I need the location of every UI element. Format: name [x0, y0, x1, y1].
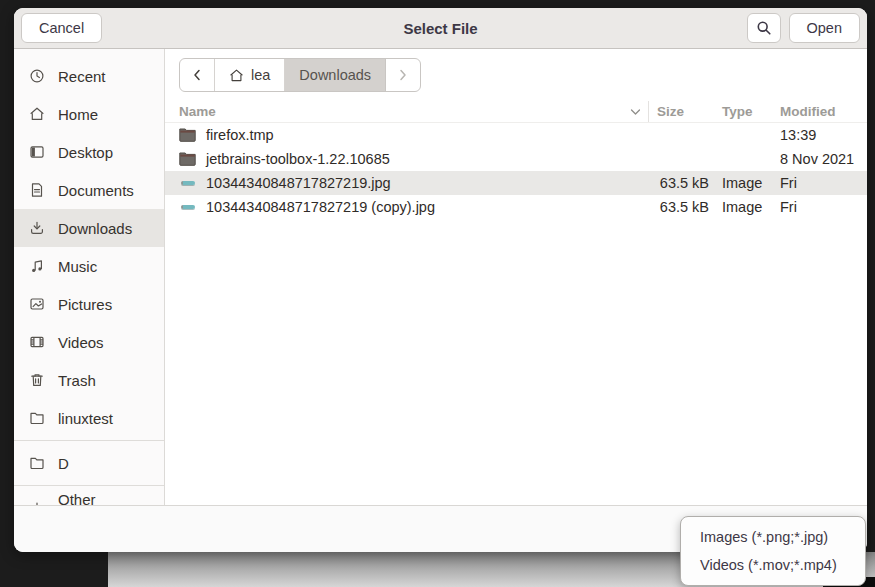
- sidebar-item-label: Trash: [58, 372, 96, 389]
- breadcrumb: lea Downloads: [179, 58, 421, 92]
- download-arrow-icon: [29, 220, 45, 236]
- sidebar-item-label: Downloads: [58, 220, 132, 237]
- file-modified: Fri: [771, 175, 867, 191]
- sidebar-item-pictures[interactable]: Pictures: [14, 285, 164, 323]
- sidebar-item-other-locations[interactable]: Other Locations: [14, 489, 164, 505]
- desktop-icon: [29, 144, 45, 160]
- file-row-jpg-selected[interactable]: 10344340848717827219.jpg 63.5 kB Image F…: [165, 171, 867, 195]
- sidebar-item-music[interactable]: Music: [14, 247, 164, 285]
- sidebar-item-home[interactable]: Home: [14, 95, 164, 133]
- breadcrumb-current-label: Downloads: [299, 67, 371, 83]
- image-thumbnail-icon: [179, 200, 196, 214]
- search-button[interactable]: [747, 13, 781, 43]
- file-modified: 8 Nov 2021: [771, 151, 867, 167]
- file-filter-popup: Images (*.png;*.jpg) Videos (*.mov;*.mp4…: [680, 516, 866, 586]
- file-size: 63.5 kB: [649, 175, 713, 191]
- back-button[interactable]: [180, 59, 215, 91]
- music-note-icon: [29, 258, 45, 274]
- dialog-title: Select File: [14, 20, 867, 37]
- filter-option-videos[interactable]: Videos (*.mov;*.mp4): [681, 551, 865, 579]
- file-size: 63.5 kB: [649, 199, 713, 215]
- places-sidebar: Recent Home Desktop: [14, 49, 165, 505]
- breadcrumb-current-segment[interactable]: Downloads: [285, 59, 386, 91]
- sidebar-item-label: linuxtest: [58, 410, 113, 427]
- cancel-button[interactable]: Cancel: [21, 13, 102, 43]
- filter-option-images[interactable]: Images (*.png;*.jpg): [681, 523, 865, 551]
- breadcrumb-home-segment[interactable]: lea: [215, 59, 285, 91]
- sort-chevron-down-icon: [630, 108, 641, 116]
- sidebar-item-downloads[interactable]: Downloads: [14, 209, 164, 247]
- search-icon: [756, 20, 772, 36]
- sidebar-item-label: Desktop: [58, 144, 113, 161]
- sidebar-item-label: Home: [58, 106, 98, 123]
- sidebar-separator: [14, 485, 164, 486]
- column-header-size[interactable]: Size: [649, 104, 713, 119]
- column-header-row: Name Size Type Modified: [165, 101, 867, 123]
- sidebar-item-label: Music: [58, 258, 97, 275]
- sidebar-item-label: Documents: [58, 182, 134, 199]
- sidebar-item-videos[interactable]: Videos: [14, 323, 164, 361]
- image-thumbnail-icon: [179, 176, 196, 190]
- file-list-pane: lea Downloads: [165, 49, 867, 505]
- sidebar-separator: [14, 440, 164, 441]
- file-modified: 13:39: [771, 127, 867, 143]
- film-icon: [29, 334, 45, 350]
- file-modified: Fri: [771, 199, 867, 215]
- folder-icon: [179, 152, 196, 166]
- file-row-jpg-copy[interactable]: 10344340848717827219 (copy).jpg 63.5 kB …: [165, 195, 867, 219]
- file-type: Image: [713, 199, 771, 215]
- folder-icon: [179, 128, 196, 142]
- home-icon: [229, 68, 244, 83]
- open-button[interactable]: Open: [789, 13, 860, 43]
- column-header-name[interactable]: Name: [165, 101, 649, 122]
- breadcrumb-home-label: lea: [251, 67, 270, 83]
- folder-icon: [29, 410, 45, 426]
- home-icon: [29, 106, 45, 122]
- sidebar-item-d[interactable]: D: [14, 444, 164, 482]
- sidebar-item-label: Recent: [58, 68, 106, 85]
- file-row-jetbrains-toolbox[interactable]: jetbrains-toolbox-1.22.10685 8 Nov 2021: [165, 147, 867, 171]
- chevron-right-icon: [398, 68, 408, 82]
- sidebar-item-label: D: [58, 455, 69, 472]
- file-type: Image: [713, 175, 771, 191]
- clock-icon: [29, 68, 45, 84]
- column-header-modified[interactable]: Modified: [771, 104, 867, 119]
- forward-button[interactable]: [386, 59, 420, 91]
- trash-icon: [29, 372, 45, 388]
- sidebar-item-label: Videos: [58, 334, 104, 351]
- file-name: 10344340848717827219.jpg: [206, 175, 391, 191]
- sidebar-item-recent[interactable]: Recent: [14, 57, 164, 95]
- picture-icon: [29, 296, 45, 312]
- document-icon: [29, 182, 45, 198]
- sidebar-item-label: Pictures: [58, 296, 112, 313]
- dialog-headerbar: Cancel Select File Open: [14, 8, 867, 49]
- folder-icon: [29, 455, 45, 471]
- file-name: firefox.tmp: [206, 127, 274, 143]
- chevron-left-icon: [192, 68, 202, 82]
- other-locations-icon: [29, 500, 45, 505]
- sidebar-item-label: Other Locations: [58, 491, 149, 505]
- sidebar-item-linuxtest[interactable]: linuxtest: [14, 399, 164, 437]
- file-row-firefox-tmp[interactable]: firefox.tmp 13:39: [165, 123, 867, 147]
- file-chooser-dialog: Cancel Select File Open Re: [14, 8, 867, 552]
- pathbar-row: lea Downloads: [165, 49, 867, 101]
- sidebar-item-documents[interactable]: Documents: [14, 171, 164, 209]
- sidebar-item-desktop[interactable]: Desktop: [14, 133, 164, 171]
- column-header-type[interactable]: Type: [713, 104, 771, 119]
- file-name: jetbrains-toolbox-1.22.10685: [206, 151, 390, 167]
- column-label-name: Name: [179, 104, 216, 119]
- file-name: 10344340848717827219 (copy).jpg: [206, 199, 435, 215]
- sidebar-item-trash[interactable]: Trash: [14, 361, 164, 399]
